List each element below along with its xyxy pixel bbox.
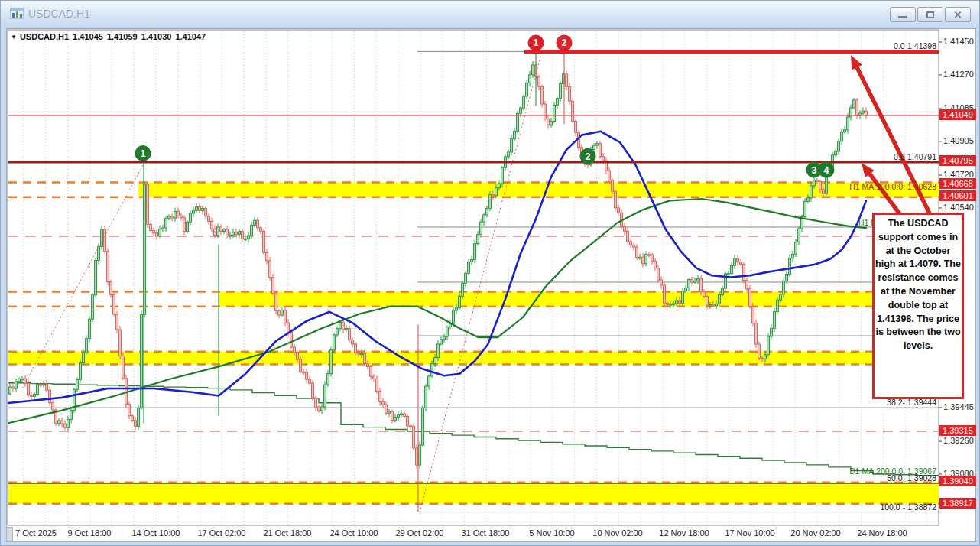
time-axis-label: 24 Nov 18:00 — [857, 528, 907, 538]
price-axis-tick: 1.40905 — [943, 136, 974, 145]
level-label: 100.0 - 1.38872 — [880, 502, 936, 512]
annotation-text: The USDCAD support comes in at the Octob… — [875, 218, 961, 351]
annotation-box[interactable]: The USDCAD support comes in at the Octob… — [872, 213, 964, 399]
quote-close: 1.41047 — [175, 32, 206, 41]
time-axis-label: 20 Nov 02:00 — [790, 528, 840, 538]
zone-1.4008-1.4000 — [219, 292, 939, 307]
quote-low: 1.41030 — [141, 32, 172, 41]
level-label: 50.0 -1.39028 — [887, 473, 936, 483]
time-axis-label: 29 Oct 02:00 — [396, 528, 444, 538]
price-axis-tick: 1.40720 — [943, 170, 974, 179]
numbered-markers: 123412 — [135, 34, 835, 177]
chart-drawing-layer[interactable]: 123412 — [1, 1, 980, 546]
zone-1.3904-1.3892 — [8, 483, 939, 504]
axis-corner — [6, 527, 13, 542]
price-flag: 1.40668 — [939, 178, 976, 189]
time-axis-label: 21 Oct 18:00 — [264, 528, 312, 538]
time-axis-label: 14 Oct 10:00 — [132, 528, 180, 538]
d1-ma200-step-line — [8, 383, 939, 476]
time-axis-label: 17 Oct 02:00 — [198, 528, 246, 538]
red-arrows — [851, 55, 935, 224]
svg-text:4: 4 — [824, 165, 829, 176]
terminal-window: USDCAD,H1 ✕ ▼USDCAD,H11.410451.410591.41… — [0, 0, 980, 546]
level-label: 38.2- 1.39444 — [887, 398, 936, 407]
d1-ma — [8, 383, 939, 476]
price-axis-tick: 1.41450 — [943, 37, 974, 46]
sr-lines — [8, 51, 939, 162]
time-axis-label: 7 Oct 2025 — [15, 528, 57, 538]
price-axis-tick: 1.39445 — [943, 402, 974, 411]
price-axis-tick: 1.40540 — [943, 203, 974, 212]
price-flag: 1.40795 — [939, 155, 976, 166]
svg-text:3: 3 — [812, 165, 817, 176]
time-axis-label: 31 Oct 18:00 — [462, 528, 510, 538]
svg-text:2: 2 — [586, 151, 591, 162]
price-flag: 1.40601 — [939, 190, 976, 201]
price-flag: 1.39315 — [939, 425, 976, 436]
time-axis-label: 12 Nov 18:00 — [659, 528, 709, 538]
h1-ma200-green-line — [8, 199, 866, 423]
time-axis-label: 17 Nov 10:00 — [725, 528, 774, 538]
quote-line[interactable]: ▼USDCAD,H11.410451.410591.410301.41047 — [11, 32, 209, 41]
quote-open: 1.41045 — [73, 32, 103, 41]
time-axis-label: 9 Oct 18:00 — [68, 528, 112, 538]
svg-text:1: 1 — [534, 37, 539, 48]
level-label: H1 MA:100:0:0: 1.40628 — [849, 182, 936, 191]
symbol-dropdown-arrow-icon: ▼ — [11, 34, 17, 41]
price-axis-tick: 1.39260 — [943, 436, 974, 445]
quote-high: 1.41059 — [107, 32, 138, 41]
time-axis-label: 24 Oct 10:00 — [330, 528, 378, 538]
svg-text:2: 2 — [562, 37, 567, 48]
level-lines — [8, 51, 939, 512]
arrow-to-resistance — [857, 67, 935, 224]
quote-symbol: USDCAD,H1 — [20, 32, 69, 41]
level-label: 0.0-1.40791 — [894, 152, 936, 161]
price-flag: 1.38917 — [939, 498, 976, 509]
price-flag: 1.39040 — [939, 476, 976, 486]
h1-ma200-green-line — [8, 199, 866, 423]
price-flag: 1.41049 — [939, 109, 976, 120]
time-axis-label: 5 Nov 10:00 — [529, 528, 574, 538]
level-label: 0.0-1.41398 — [894, 41, 936, 50]
time-axis-label: 10 Nov 02:00 — [592, 528, 642, 538]
zone-1.4068-1.4060 — [138, 183, 939, 197]
price-axis-tick: 1.41270 — [943, 70, 974, 79]
grid-lines — [24, 31, 927, 525]
svg-text:1: 1 — [141, 148, 146, 159]
